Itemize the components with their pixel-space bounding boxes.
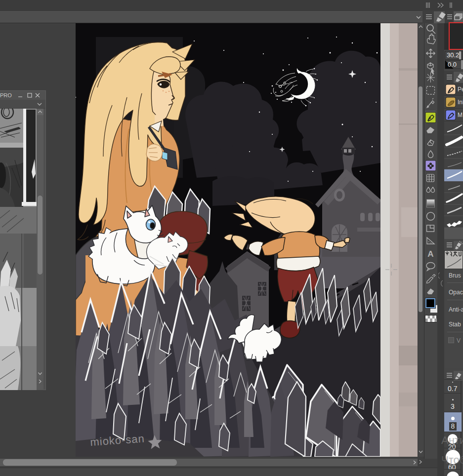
- svg-text:Pe: Pe: [458, 86, 463, 93]
- svg-text:Ink: Ink: [458, 99, 463, 106]
- svg-text:A: A: [427, 249, 433, 259]
- svg-text:M: M: [458, 112, 463, 119]
